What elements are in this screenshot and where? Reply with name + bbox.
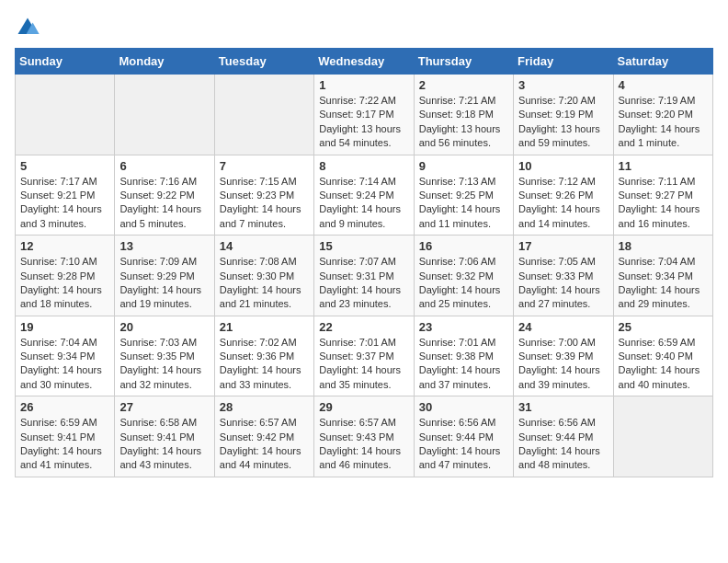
calendar-cell: 14Sunrise: 7:08 AMSunset: 9:30 PMDayligh… — [214, 236, 313, 316]
calendar-cell: 13Sunrise: 7:09 AMSunset: 9:29 PMDayligh… — [115, 236, 214, 316]
day-info: Sunrise: 6:56 AMSunset: 9:44 PMDaylight:… — [419, 416, 508, 473]
day-info: Sunrise: 7:14 AMSunset: 9:24 PMDaylight:… — [319, 175, 408, 232]
day-number: 26 — [20, 400, 109, 414]
calendar-cell: 20Sunrise: 7:03 AMSunset: 9:35 PMDayligh… — [115, 316, 214, 396]
day-info-line: Sunrise: 7:01 AM — [319, 336, 408, 350]
day-info-line: Sunset: 9:40 PM — [619, 350, 708, 363]
page-header — [15, 15, 713, 40]
day-info-line: Sunset: 9:24 PM — [319, 189, 408, 202]
day-info-line: Daylight: 14 hours and 5 minutes. — [119, 202, 209, 231]
day-info-line: Sunset: 9:27 PM — [619, 189, 708, 202]
day-number: 20 — [119, 320, 209, 334]
day-info-line: Daylight: 14 hours and 40 minutes. — [619, 363, 708, 392]
day-info: Sunrise: 7:02 AMSunset: 9:36 PMDaylight:… — [220, 336, 309, 393]
weekday-header-sunday: Sunday — [16, 49, 115, 75]
day-info: Sunrise: 7:22 AMSunset: 9:17 PMDaylight:… — [319, 94, 408, 151]
day-info-line: Sunset: 9:35 PM — [119, 350, 209, 363]
day-info: Sunrise: 7:01 AMSunset: 9:37 PMDaylight:… — [319, 336, 408, 393]
day-info-line: Sunrise: 7:14 AM — [319, 175, 408, 189]
day-info-line: Daylight: 13 hours and 54 minutes. — [319, 122, 408, 151]
day-number: 7 — [220, 159, 309, 173]
day-info-line: Sunset: 9:19 PM — [518, 108, 608, 121]
week-row-5: 26Sunrise: 6:59 AMSunset: 9:41 PMDayligh… — [16, 396, 713, 477]
day-info-line: Daylight: 14 hours and 32 minutes. — [119, 363, 209, 392]
day-number: 22 — [319, 320, 408, 334]
day-number: 8 — [319, 159, 408, 173]
day-info-line: Daylight: 14 hours and 25 minutes. — [419, 283, 508, 312]
day-info-line: Sunrise: 7:20 AM — [518, 94, 608, 108]
weekday-header-saturday: Saturday — [613, 49, 712, 75]
calendar-cell — [214, 75, 313, 155]
calendar-table: SundayMondayTuesdayWednesdayThursdayFrid… — [15, 48, 713, 477]
day-number: 31 — [518, 400, 608, 414]
calendar-cell: 30Sunrise: 6:56 AMSunset: 9:44 PMDayligh… — [414, 396, 513, 477]
calendar-cell: 26Sunrise: 6:59 AMSunset: 9:41 PMDayligh… — [16, 396, 115, 477]
day-number: 12 — [20, 239, 109, 253]
day-info-line: Sunrise: 7:13 AM — [419, 175, 508, 189]
day-number: 5 — [20, 159, 109, 173]
day-info-line: Sunset: 9:31 PM — [319, 270, 408, 283]
day-info-line: Sunrise: 7:00 AM — [518, 336, 608, 350]
day-info-line: Sunrise: 7:08 AM — [220, 255, 309, 269]
day-number: 24 — [518, 320, 608, 334]
day-info-line: Sunset: 9:23 PM — [220, 189, 309, 202]
day-info: Sunrise: 6:56 AMSunset: 9:44 PMDaylight:… — [518, 416, 608, 473]
day-info: Sunrise: 6:57 AMSunset: 9:43 PMDaylight:… — [319, 416, 408, 473]
day-info-line: Daylight: 14 hours and 9 minutes. — [319, 202, 408, 231]
calendar-cell: 31Sunrise: 6:56 AMSunset: 9:44 PMDayligh… — [514, 396, 613, 477]
day-info: Sunrise: 6:58 AMSunset: 9:41 PMDaylight:… — [119, 416, 209, 473]
day-info-line: Sunrise: 6:58 AM — [119, 416, 209, 430]
day-info-line: Daylight: 14 hours and 16 minutes. — [619, 202, 708, 231]
week-row-3: 12Sunrise: 7:10 AMSunset: 9:28 PMDayligh… — [16, 236, 713, 316]
day-info-line: Sunset: 9:28 PM — [20, 270, 109, 283]
calendar-cell — [16, 75, 115, 155]
day-info-line: Sunset: 9:42 PM — [220, 431, 309, 444]
weekday-header-row: SundayMondayTuesdayWednesdayThursdayFrid… — [16, 49, 713, 75]
day-number: 17 — [518, 239, 608, 253]
day-info-line: Daylight: 14 hours and 19 minutes. — [119, 283, 209, 312]
day-info: Sunrise: 7:15 AMSunset: 9:23 PMDaylight:… — [220, 175, 309, 232]
logo — [15, 15, 44, 40]
day-number: 28 — [220, 400, 309, 414]
day-number: 27 — [119, 400, 209, 414]
calendar-cell: 24Sunrise: 7:00 AMSunset: 9:39 PMDayligh… — [514, 316, 613, 396]
day-number: 25 — [619, 320, 708, 334]
day-info-line: Sunset: 9:44 PM — [518, 431, 608, 444]
day-info-line: Daylight: 14 hours and 27 minutes. — [518, 283, 608, 312]
day-number: 6 — [119, 159, 209, 173]
weekday-header-friday: Friday — [514, 49, 613, 75]
day-number: 23 — [419, 320, 508, 334]
day-info-line: Sunset: 9:32 PM — [419, 270, 508, 283]
day-info-line: Sunset: 9:34 PM — [619, 270, 708, 283]
day-info-line: Sunset: 9:36 PM — [220, 350, 309, 363]
calendar-cell: 12Sunrise: 7:10 AMSunset: 9:28 PMDayligh… — [16, 236, 115, 316]
day-info-line: Daylight: 14 hours and 14 minutes. — [518, 202, 608, 231]
day-info: Sunrise: 7:04 AMSunset: 9:34 PMDaylight:… — [619, 255, 708, 312]
day-info: Sunrise: 7:00 AMSunset: 9:39 PMDaylight:… — [518, 336, 608, 393]
day-number: 16 — [419, 239, 508, 253]
day-number: 9 — [419, 159, 508, 173]
day-info: Sunrise: 7:13 AMSunset: 9:25 PMDaylight:… — [419, 175, 508, 232]
weekday-header-tuesday: Tuesday — [214, 49, 313, 75]
day-number: 1 — [319, 78, 408, 92]
day-info: Sunrise: 7:07 AMSunset: 9:31 PMDaylight:… — [319, 255, 408, 312]
calendar-cell: 7Sunrise: 7:15 AMSunset: 9:23 PMDaylight… — [214, 155, 313, 236]
day-info-line: Daylight: 14 hours and 41 minutes. — [20, 444, 109, 473]
day-number: 19 — [20, 320, 109, 334]
day-number: 14 — [220, 239, 309, 253]
day-info: Sunrise: 7:19 AMSunset: 9:20 PMDaylight:… — [619, 94, 708, 151]
day-info-line: Sunrise: 7:07 AM — [319, 255, 408, 269]
day-number: 4 — [619, 78, 708, 92]
day-info-line: Daylight: 14 hours and 1 minute. — [619, 122, 708, 151]
calendar-cell: 21Sunrise: 7:02 AMSunset: 9:36 PMDayligh… — [214, 316, 313, 396]
day-info-line: Daylight: 14 hours and 11 minutes. — [419, 202, 508, 231]
day-info: Sunrise: 7:21 AMSunset: 9:18 PMDaylight:… — [419, 94, 508, 151]
day-info-line: Sunrise: 7:02 AM — [220, 336, 309, 350]
calendar-cell: 6Sunrise: 7:16 AMSunset: 9:22 PMDaylight… — [115, 155, 214, 236]
day-info: Sunrise: 7:05 AMSunset: 9:33 PMDaylight:… — [518, 255, 608, 312]
day-info-line: Daylight: 14 hours and 37 minutes. — [419, 363, 508, 392]
day-info-line: Sunrise: 7:01 AM — [419, 336, 508, 350]
week-row-1: 1Sunrise: 7:22 AMSunset: 9:17 PMDaylight… — [16, 75, 713, 155]
day-info-line: Daylight: 14 hours and 35 minutes. — [319, 363, 408, 392]
day-number: 29 — [319, 400, 408, 414]
